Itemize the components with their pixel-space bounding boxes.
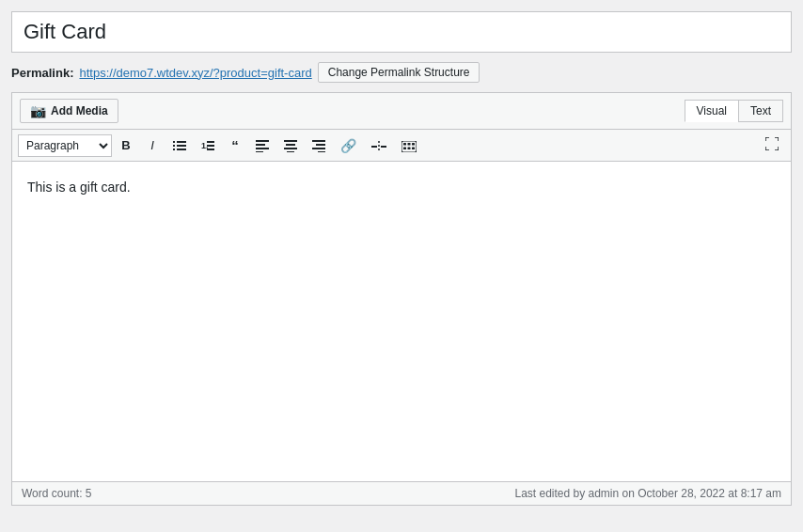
svg-rect-10 <box>256 140 269 142</box>
word-count-label: Word count: <box>22 487 82 500</box>
svg-rect-1 <box>177 141 186 143</box>
tab-visual[interactable]: Visual <box>685 100 738 122</box>
svg-rect-20 <box>312 148 325 149</box>
unordered-list-button[interactable] <box>166 134 193 157</box>
change-permalink-button[interactable]: Change Permalink Structure <box>318 62 480 83</box>
svg-rect-18 <box>312 140 325 142</box>
svg-rect-29 <box>403 147 406 149</box>
svg-rect-9 <box>207 149 214 150</box>
editor-content-text: This is a gift card. <box>27 177 776 197</box>
svg-rect-28 <box>412 143 415 146</box>
ordered-list-button[interactable]: 1. <box>195 134 221 157</box>
last-edited-text: Last edited by admin on October 28, 2022… <box>514 487 781 500</box>
post-title-input[interactable] <box>11 11 792 53</box>
add-media-icon: 📷 <box>30 103 46 118</box>
svg-rect-26 <box>403 143 406 146</box>
fullscreen-button[interactable] <box>759 133 785 157</box>
word-count-value: 5 <box>86 487 92 500</box>
italic-button[interactable]: I <box>140 134 165 156</box>
svg-rect-19 <box>316 144 325 146</box>
svg-rect-15 <box>286 144 295 146</box>
svg-rect-17 <box>287 151 294 152</box>
svg-rect-22 <box>371 146 377 148</box>
keyboard-shortcuts-button[interactable] <box>395 134 423 156</box>
svg-rect-3 <box>177 145 186 147</box>
svg-rect-25 <box>402 141 417 152</box>
word-count: Word count: 5 <box>22 487 92 500</box>
editor-footer: Word count: 5 Last edited by admin on Oc… <box>12 481 791 505</box>
permalink-label: Permalink: <box>11 66 73 80</box>
svg-rect-31 <box>412 147 415 149</box>
permalink-link[interactable]: https://demo7.wtdev.xyz/?product=gift-ca… <box>79 66 311 80</box>
align-left-button[interactable] <box>249 134 276 157</box>
link-button[interactable]: 🔗 <box>334 134 363 157</box>
svg-rect-4 <box>173 149 175 150</box>
svg-rect-30 <box>408 147 411 149</box>
visual-text-tabs: Visual Text <box>685 100 783 122</box>
permalink-row: Permalink: https://demo7.wtdev.xyz/?prod… <box>11 60 792 85</box>
svg-rect-21 <box>318 151 325 152</box>
svg-rect-12 <box>256 148 269 149</box>
svg-rect-13 <box>256 151 263 152</box>
add-media-button[interactable]: 📷 Add Media <box>20 99 118 123</box>
align-right-button[interactable] <box>306 134 332 157</box>
svg-rect-8 <box>207 145 214 147</box>
align-center-button[interactable] <box>277 134 304 157</box>
add-media-label: Add Media <box>51 104 108 117</box>
svg-rect-5 <box>177 149 186 150</box>
svg-rect-7 <box>207 141 214 143</box>
tab-text[interactable]: Text <box>738 100 783 122</box>
editor-container: Permalink: https://demo7.wtdev.xyz/?prod… <box>0 0 803 532</box>
svg-rect-23 <box>381 146 386 148</box>
svg-rect-27 <box>408 143 411 146</box>
format-select[interactable]: Paragraph Heading 1 Heading 2 Heading 3 … <box>18 134 112 157</box>
svg-rect-14 <box>284 140 297 142</box>
svg-rect-16 <box>284 148 297 149</box>
svg-rect-2 <box>173 145 175 147</box>
more-tag-button[interactable] <box>365 134 393 156</box>
svg-rect-11 <box>256 144 265 146</box>
svg-rect-0 <box>173 141 175 143</box>
bold-button[interactable]: B <box>114 134 138 156</box>
editor-toolbar-format: Paragraph Heading 1 Heading 2 Heading 3 … <box>12 130 791 162</box>
wp-editor-wrap: 📷 Add Media Visual Text Paragraph Headin… <box>11 92 792 506</box>
editor-content-area[interactable]: This is a gift card. <box>12 162 791 481</box>
editor-toolbar-top: 📷 Add Media Visual Text <box>12 93 791 130</box>
blockquote-button[interactable]: “ <box>223 133 247 157</box>
